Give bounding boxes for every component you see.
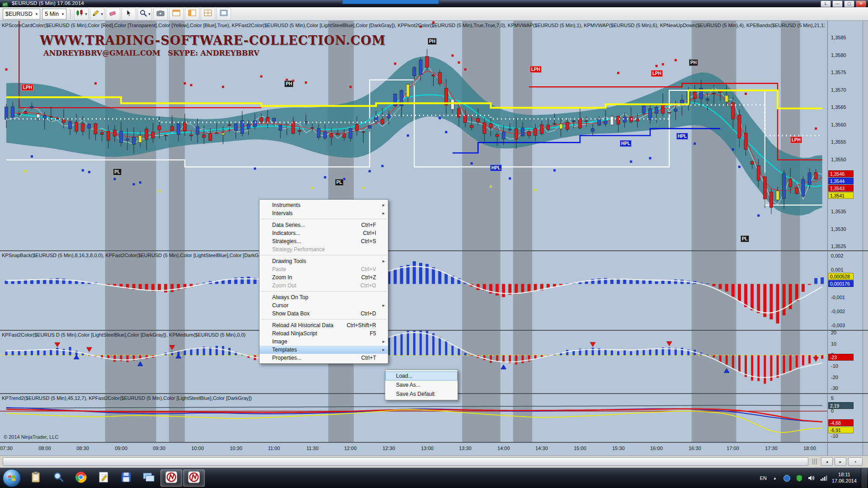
menu-item-label: Templates: [272, 347, 297, 353]
chrome-icon: [75, 471, 87, 485]
screens-icon: [142, 471, 155, 485]
network-icon[interactable]: [820, 474, 828, 482]
submenu-item-save-as[interactable]: Save As...: [385, 380, 458, 389]
kptrend2-panel-chart[interactable]: [0, 394, 827, 442]
scroll-right-button[interactable]: ▸: [835, 457, 846, 466]
menu-item-templates[interactable]: Templates▸: [259, 346, 388, 354]
taskbar-icon-ninjatrader[interactable]: [160, 469, 182, 487]
price-value-box: -23: [828, 354, 854, 361]
menu-item-zoom-in[interactable]: Zoom InCtrl+Z: [259, 273, 388, 282]
show-desktop-button[interactable]: [861, 468, 867, 488]
language-indicator[interactable]: EN: [760, 475, 767, 481]
menu-item-indicators[interactable]: Indicators...Ctrl+I: [259, 229, 388, 237]
panel-divider[interactable]: [0, 250, 868, 251]
layout-4-button[interactable]: [217, 8, 231, 20]
chart-annotation-lph: LPH: [22, 84, 33, 91]
taskbar-icon-screens[interactable]: [138, 469, 160, 487]
panel4-indicator-header: KPTrend2($EURUSD (5 Min),45,12,7), KPFas…: [2, 395, 252, 401]
camera-button[interactable]: [153, 8, 168, 20]
scroll-left-button[interactable]: ◂: [821, 457, 833, 466]
menu-item-intervals[interactable]: Intervals▸: [259, 209, 388, 217]
volume-icon[interactable]: [807, 474, 816, 482]
taskbar-icon-search[interactable]: [47, 469, 69, 487]
menu-item-cursor[interactable]: Cursor▸: [259, 301, 388, 310]
submenu-item-load[interactable]: Load...: [385, 371, 458, 380]
show-hidden-icons[interactable]: ▲: [771, 474, 779, 482]
menu-item-image[interactable]: Image▸: [259, 338, 388, 346]
menu-item-drawing-tools[interactable]: Drawing Tools▸: [259, 257, 388, 265]
system-tray[interactable]: EN ▲ 18:11 17.06.2014: [760, 468, 868, 488]
layout-1-button[interactable]: [169, 8, 184, 20]
price-label: 20: [831, 330, 863, 335]
menu-item-data-series[interactable]: Data Series...Ctrl+F: [259, 221, 388, 229]
taskbar-icon-clipboard[interactable]: [25, 469, 47, 487]
taskbar-icon-chrome[interactable]: [70, 469, 92, 487]
kpsnapback-panel-chart[interactable]: [0, 251, 827, 330]
scrollbar-grip[interactable]: [812, 459, 813, 465]
time-label: 17:30: [761, 446, 781, 451]
time-label: 07:30: [0, 446, 16, 451]
time-label: 12:30: [379, 446, 399, 451]
instrument-selector[interactable]: $EURUSD ▾: [3, 9, 40, 19]
menu-item-label: Load...: [396, 373, 413, 379]
menu-item-reload-ninjascript[interactable]: Reload NinjaScriptF5: [259, 329, 388, 338]
taskbar-icon-ninjatrader-2[interactable]: [183, 469, 205, 487]
chart-style-button[interactable]: ▾: [74, 8, 89, 20]
scrollbar-corner-button[interactable]: ▪: [848, 457, 863, 466]
scrollbar-grip[interactable]: [814, 459, 815, 465]
time-label: 09:30: [149, 446, 169, 451]
taskbar-icon-notepad[interactable]: [93, 469, 114, 487]
panel-divider[interactable]: [0, 330, 868, 331]
toolbar-separator: [70, 9, 71, 19]
menu-item-shortcut: Ctrl+F: [361, 221, 376, 229]
interval-selector[interactable]: 5 Min ▾: [42, 9, 66, 19]
price-label: 1,3530: [831, 226, 863, 232]
start-button[interactable]: [3, 469, 21, 487]
close-button[interactable]: ✕: [856, 0, 866, 7]
minimize-button[interactable]: —: [832, 0, 843, 7]
price-value-box: 2,19: [828, 402, 854, 409]
scrollbar-thumb[interactable]: [3, 457, 808, 466]
submenu-item-save-as-default[interactable]: Save As Default: [385, 389, 458, 399]
time-label: 11:00: [264, 446, 284, 451]
maximize-button[interactable]: ▢: [844, 0, 854, 7]
price-label: 1,3550: [831, 157, 863, 162]
price-value-box: 1,3546: [828, 170, 854, 177]
cursor-icon: [125, 9, 133, 19]
price-label: 0,002: [831, 253, 863, 258]
menu-item-label: Strategy Performance: [272, 246, 325, 253]
menu-item-shortcut: Ctrl+O: [360, 282, 376, 290]
chart-annotation-pl: PL: [113, 169, 122, 175]
layout-3-button[interactable]: [201, 8, 215, 20]
chart-annotation-ph: PH: [428, 38, 437, 45]
chart-annotation-lph: LPH: [530, 66, 542, 73]
price-value-box: -4,68: [828, 419, 854, 426]
zoom-button[interactable]: ▾: [137, 8, 152, 20]
toolbar: $EURUSD ▾ 5 Min ▾ ▾▾▾: [0, 7, 868, 21]
layout-2-button[interactable]: [185, 8, 199, 20]
tray-app-icon[interactable]: [783, 474, 791, 482]
pencil-button[interactable]: ▾: [90, 8, 104, 20]
price-label: -20: [831, 375, 863, 380]
antivirus-icon[interactable]: [795, 474, 803, 482]
templates-submenu: Load...Save As...Save As Default: [385, 370, 458, 400]
menu-item-label: Paste: [272, 266, 286, 272]
window-right-edge: [863, 7, 868, 455]
taskbar-icon-save[interactable]: [115, 469, 137, 487]
menu-item-strategies[interactable]: Strategies...Ctrl+S: [259, 237, 388, 245]
horizontal-scrollbar[interactable]: ◂ ▸ ▪: [0, 455, 868, 468]
lock-button[interactable]: L: [821, 0, 831, 7]
menu-item-properties[interactable]: Properties...Ctrl+T: [259, 354, 388, 362]
submenu-arrow-icon: ▸: [382, 209, 385, 217]
cursor-button[interactable]: [122, 8, 136, 20]
menu-item-label: Data Series...: [272, 222, 305, 228]
eraser-button[interactable]: [106, 8, 120, 20]
taskbar-clock[interactable]: 18:11 17.06.2014: [832, 472, 857, 484]
scrollbar-grip[interactable]: [816, 459, 817, 465]
price-label: 1,3535: [831, 209, 863, 214]
menu-item-instruments[interactable]: Instruments▸: [259, 201, 388, 209]
menu-item-always-on-top[interactable]: Always On Top: [259, 293, 388, 301]
chart-annotation-ph: PH: [284, 80, 293, 87]
menu-item-reload-all-historical-data[interactable]: Reload All Historical DataCtrl+Shift+R: [259, 321, 388, 329]
menu-item-show-data-box[interactable]: Show Data BoxCtrl+D: [259, 310, 388, 318]
